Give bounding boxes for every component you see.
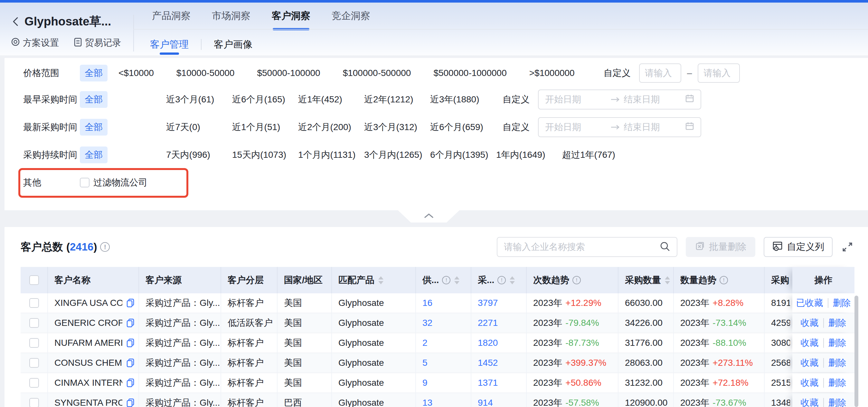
- filter-option[interactable]: <$10000: [119, 68, 154, 78]
- favorite-link[interactable]: 收藏: [801, 357, 819, 369]
- info-icon[interactable]: [720, 276, 728, 284]
- supplier-count-link[interactable]: 5: [416, 353, 471, 373]
- supplier-count-link[interactable]: 13: [416, 393, 471, 407]
- purchase-count-link[interactable]: 1371: [471, 373, 527, 393]
- filter-option[interactable]: 近2个月(200): [298, 121, 364, 133]
- sort-icon: [510, 276, 515, 284]
- filter-option[interactable]: 1个月内(1131): [298, 149, 364, 161]
- filter-option[interactable]: 近2年(1212): [364, 93, 430, 105]
- vertical-scrollbar-thumb[interactable]: [855, 295, 858, 407]
- favorite-link[interactable]: 收藏: [801, 337, 819, 349]
- search-icon[interactable]: [659, 241, 670, 253]
- main-tab[interactable]: 竞企洞察: [330, 3, 372, 29]
- delete-link[interactable]: 删除: [828, 337, 846, 349]
- filter-option[interactable]: 近6个月(165): [232, 93, 298, 105]
- earliest-all-option[interactable]: 全部: [80, 91, 107, 108]
- filter-option[interactable]: 近3年(1880): [430, 93, 496, 105]
- filter-option[interactable]: $100000-500000: [343, 68, 411, 78]
- delete-link[interactable]: 删除: [828, 357, 846, 369]
- filter-option[interactable]: >$1000000: [529, 68, 575, 78]
- filter-option[interactable]: 近6个月(659): [430, 121, 496, 133]
- latest-date-range-picker[interactable]: 开始日期 结束日期: [538, 117, 701, 137]
- filter-logistics-checkbox[interactable]: [80, 178, 90, 187]
- supplier-count-link[interactable]: 32: [416, 313, 471, 333]
- back-icon[interactable]: [11, 16, 21, 27]
- subtab-customer-management[interactable]: 客户管理: [150, 36, 189, 53]
- duration-all-option[interactable]: 全部: [80, 147, 107, 163]
- purchase-count-link[interactable]: 1452: [471, 353, 527, 373]
- purchase-count-link[interactable]: 1820: [471, 333, 527, 352]
- select-all-checkbox[interactable]: [29, 275, 39, 285]
- latest-custom-label[interactable]: 自定义: [503, 121, 530, 133]
- fullscreen-icon[interactable]: [841, 241, 854, 253]
- trade-records-button[interactable]: 贸易记录: [74, 37, 121, 49]
- filter-label-latest: 最新采购时间: [23, 121, 80, 133]
- filter-option[interactable]: 近1年(452): [298, 93, 364, 105]
- filter-option[interactable]: 15天内(1073): [232, 149, 298, 161]
- filter-option[interactable]: 近7天(0): [166, 121, 232, 133]
- favorite-link[interactable]: 收藏: [801, 397, 819, 407]
- row-checkbox[interactable]: [29, 398, 39, 407]
- copy-icon[interactable]: [126, 338, 135, 348]
- copy-icon[interactable]: [126, 398, 135, 407]
- table-row: SYNGENTA PROTEC 采购过产品：Gly... 标杆客户 巴西 Gly…: [21, 393, 855, 407]
- price-custom-label[interactable]: 自定义: [604, 67, 631, 79]
- earliest-date-range-picker[interactable]: 开始日期 结束日期: [538, 90, 701, 109]
- favorite-link[interactable]: 已收藏: [796, 297, 823, 309]
- price-all-option[interactable]: 全部: [80, 65, 107, 82]
- filter-option[interactable]: 7天内(996): [166, 149, 232, 161]
- supplier-count-link[interactable]: 2: [416, 333, 471, 352]
- copy-icon[interactable]: [126, 318, 135, 328]
- matched-product-cell: Glyphosate: [332, 313, 416, 333]
- filter-option[interactable]: 近3个月(312): [364, 121, 430, 133]
- collapse-filters-handle[interactable]: [398, 210, 459, 222]
- delete-link[interactable]: 删除: [828, 317, 846, 329]
- delete-link[interactable]: 删除: [833, 297, 851, 309]
- subtab-label: 客户管理: [150, 38, 189, 51]
- filter-option[interactable]: 6个月内(1395): [430, 149, 496, 161]
- filter-option[interactable]: 超过1年(767): [562, 149, 628, 161]
- scheme-settings-button[interactable]: 方案设置: [11, 37, 59, 49]
- filter-option[interactable]: $500000-1000000: [433, 68, 506, 78]
- delete-link[interactable]: 删除: [828, 397, 846, 407]
- filter-option[interactable]: 3个月内(1265): [364, 149, 430, 161]
- row-checkbox[interactable]: [29, 298, 39, 308]
- filter-option[interactable]: 近3个月(61): [166, 93, 232, 105]
- col-supplier-count[interactable]: 供...: [416, 267, 471, 293]
- filter-option[interactable]: $50000-100000: [257, 68, 320, 78]
- earliest-custom-label[interactable]: 自定义: [503, 93, 530, 105]
- row-checkbox[interactable]: [29, 378, 39, 388]
- subtab-customer-profile[interactable]: 客户画像: [214, 36, 252, 53]
- copy-icon[interactable]: [126, 358, 135, 368]
- favorite-link[interactable]: 收藏: [801, 317, 819, 329]
- purchase-count-link[interactable]: 914: [471, 393, 527, 407]
- row-checkbox[interactable]: [29, 338, 39, 348]
- col-purchase-count[interactable]: 采...: [471, 267, 527, 293]
- filter-option[interactable]: 近1个月(51): [232, 121, 298, 133]
- filter-option[interactable]: 1年内(1649): [496, 149, 562, 161]
- info-icon[interactable]: [572, 276, 581, 284]
- row-checkbox[interactable]: [29, 318, 39, 328]
- price-max-input[interactable]: [698, 63, 740, 83]
- col-purchase-quantity[interactable]: 采购数量: [618, 267, 674, 293]
- delete-link[interactable]: 删除: [828, 377, 846, 389]
- filter-option[interactable]: $10000-50000: [177, 68, 235, 78]
- col-matched-product[interactable]: 匹配产品: [332, 267, 416, 293]
- row-checkbox[interactable]: [29, 358, 39, 368]
- purchase-count-link[interactable]: 2271: [471, 313, 527, 333]
- supplier-count-link[interactable]: 16: [416, 293, 471, 313]
- purchase-count-link[interactable]: 3797: [471, 293, 527, 313]
- main-tab[interactable]: 客户洞察: [270, 3, 312, 29]
- main-tab[interactable]: 产品洞察: [150, 3, 192, 29]
- favorite-link[interactable]: 收藏: [801, 377, 819, 389]
- main-tab[interactable]: 市场洞察: [210, 3, 252, 29]
- info-icon[interactable]: [100, 242, 110, 252]
- batch-delete-button[interactable]: 批量删除: [686, 237, 755, 257]
- copy-icon[interactable]: [126, 298, 135, 308]
- price-min-input[interactable]: [639, 63, 681, 83]
- supplier-count-link[interactable]: 9: [416, 373, 471, 393]
- customize-columns-button[interactable]: 自定义列: [764, 237, 833, 257]
- copy-icon[interactable]: [126, 378, 135, 388]
- latest-all-option[interactable]: 全部: [80, 119, 107, 135]
- company-search-input[interactable]: [504, 242, 659, 252]
